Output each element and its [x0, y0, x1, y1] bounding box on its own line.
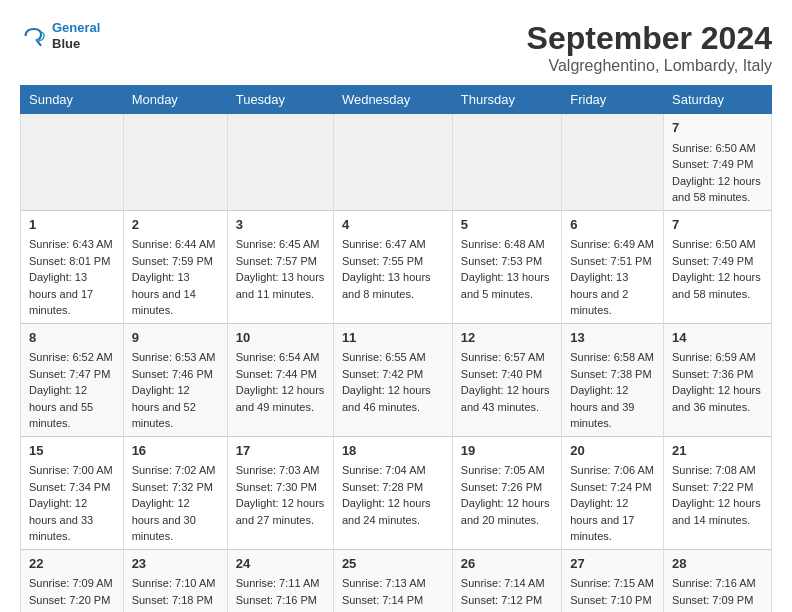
- day-number: 18: [342, 441, 444, 461]
- day-cell: 1Sunrise: 6:43 AMSunset: 8:01 PMDaylight…: [21, 210, 124, 323]
- daylight-text: Daylight: 12 hours and 14 minutes.: [672, 495, 763, 528]
- sunrise-text: Sunrise: 6:47 AM: [342, 236, 444, 253]
- sunrise-text: Sunrise: 6:57 AM: [461, 349, 553, 366]
- location-title: Valgreghentino, Lombardy, Italy: [527, 57, 772, 75]
- sunrise-text: Sunrise: 6:58 AM: [570, 349, 655, 366]
- daylight-text: Daylight: 12 hours and 36 minutes.: [672, 382, 763, 415]
- day-cell: [227, 114, 333, 211]
- day-number: 17: [236, 441, 325, 461]
- day-cell: 17Sunrise: 7:03 AMSunset: 7:30 PMDayligh…: [227, 436, 333, 549]
- day-cell: 25Sunrise: 7:13 AMSunset: 7:14 PMDayligh…: [333, 549, 452, 612]
- day-number: 13: [570, 328, 655, 348]
- col-header-thursday: Thursday: [452, 86, 561, 114]
- week-row: 1Sunrise: 6:43 AMSunset: 8:01 PMDaylight…: [21, 210, 772, 323]
- sunrise-text: Sunrise: 7:05 AM: [461, 462, 553, 479]
- day-cell: 8Sunrise: 6:52 AMSunset: 7:47 PMDaylight…: [21, 323, 124, 436]
- day-cell: 5Sunrise: 6:48 AMSunset: 7:53 PMDaylight…: [452, 210, 561, 323]
- day-number: 12: [461, 328, 553, 348]
- sunrise-text: Sunrise: 7:03 AM: [236, 462, 325, 479]
- day-cell: 9Sunrise: 6:53 AMSunset: 7:46 PMDaylight…: [123, 323, 227, 436]
- month-title: September 2024: [527, 20, 772, 57]
- daylight-text: Daylight: 12 hours and 39 minutes.: [570, 382, 655, 432]
- day-cell: 14Sunrise: 6:59 AMSunset: 7:36 PMDayligh…: [664, 323, 772, 436]
- daylight-text: Daylight: 13 hours and 5 minutes.: [461, 269, 553, 302]
- week-row: 22Sunrise: 7:09 AMSunset: 7:20 PMDayligh…: [21, 549, 772, 612]
- day-cell: 7Sunrise: 6:50 AMSunset: 7:49 PMDaylight…: [664, 114, 772, 211]
- day-cell: 16Sunrise: 7:02 AMSunset: 7:32 PMDayligh…: [123, 436, 227, 549]
- sunrise-text: Sunrise: 7:13 AM: [342, 575, 444, 592]
- day-cell: 24Sunrise: 7:11 AMSunset: 7:16 PMDayligh…: [227, 549, 333, 612]
- sunrise-text: Sunrise: 7:08 AM: [672, 462, 763, 479]
- sunrise-text: Sunrise: 7:11 AM: [236, 575, 325, 592]
- sunset-text: Sunset: 7:49 PM: [672, 156, 763, 173]
- day-number: 14: [672, 328, 763, 348]
- logo: General Blue: [20, 20, 100, 51]
- sunrise-text: Sunrise: 6:59 AM: [672, 349, 763, 366]
- week-row: 7Sunrise: 6:50 AMSunset: 7:49 PMDaylight…: [21, 114, 772, 211]
- day-number: 11: [342, 328, 444, 348]
- day-cell: 3Sunrise: 6:45 AMSunset: 7:57 PMDaylight…: [227, 210, 333, 323]
- daylight-text: Daylight: 12 hours and 30 minutes.: [132, 495, 219, 545]
- sunset-text: Sunset: 7:46 PM: [132, 366, 219, 383]
- sunrise-text: Sunrise: 7:16 AM: [672, 575, 763, 592]
- daylight-text: Daylight: 12 hours and 20 minutes.: [461, 495, 553, 528]
- sunset-text: Sunset: 7:18 PM: [132, 592, 219, 609]
- sunrise-text: Sunrise: 6:55 AM: [342, 349, 444, 366]
- logo-icon: [20, 22, 48, 50]
- day-number: 3: [236, 215, 325, 235]
- daylight-text: Daylight: 12 hours and 55 minutes.: [29, 382, 115, 432]
- daylight-text: Daylight: 12 hours and 24 minutes.: [342, 495, 444, 528]
- sunrise-text: Sunrise: 7:06 AM: [570, 462, 655, 479]
- sunset-text: Sunset: 7:24 PM: [570, 479, 655, 496]
- day-cell: 10Sunrise: 6:54 AMSunset: 7:44 PMDayligh…: [227, 323, 333, 436]
- sunrise-text: Sunrise: 6:53 AM: [132, 349, 219, 366]
- sunset-text: Sunset: 7:47 PM: [29, 366, 115, 383]
- day-cell: 15Sunrise: 7:00 AMSunset: 7:34 PMDayligh…: [21, 436, 124, 549]
- sunset-text: Sunset: 7:40 PM: [461, 366, 553, 383]
- day-cell: [123, 114, 227, 211]
- daylight-text: Daylight: 12 hours and 27 minutes.: [236, 495, 325, 528]
- daylight-text: Daylight: 12 hours and 58 minutes.: [672, 269, 763, 302]
- day-number: 15: [29, 441, 115, 461]
- daylight-text: Daylight: 13 hours and 2 minutes.: [570, 269, 655, 319]
- sunset-text: Sunset: 7:44 PM: [236, 366, 325, 383]
- day-number: 25: [342, 554, 444, 574]
- logo-line1: General: [52, 20, 100, 35]
- day-number: 7: [672, 215, 763, 235]
- sunset-text: Sunset: 7:22 PM: [672, 479, 763, 496]
- day-number: 20: [570, 441, 655, 461]
- day-cell: 26Sunrise: 7:14 AMSunset: 7:12 PMDayligh…: [452, 549, 561, 612]
- sunset-text: Sunset: 7:42 PM: [342, 366, 444, 383]
- sunset-text: Sunset: 7:26 PM: [461, 479, 553, 496]
- sunrise-text: Sunrise: 6:48 AM: [461, 236, 553, 253]
- sunrise-text: Sunrise: 7:00 AM: [29, 462, 115, 479]
- sunset-text: Sunset: 7:09 PM: [672, 592, 763, 609]
- day-number: 2: [132, 215, 219, 235]
- sunset-text: Sunset: 7:32 PM: [132, 479, 219, 496]
- sunrise-text: Sunrise: 6:44 AM: [132, 236, 219, 253]
- daylight-text: Daylight: 12 hours and 58 minutes.: [672, 173, 763, 206]
- sunset-text: Sunset: 7:28 PM: [342, 479, 444, 496]
- day-cell: 12Sunrise: 6:57 AMSunset: 7:40 PMDayligh…: [452, 323, 561, 436]
- day-number: 16: [132, 441, 219, 461]
- daylight-text: Daylight: 13 hours and 11 minutes.: [236, 269, 325, 302]
- day-number: 8: [29, 328, 115, 348]
- day-number: 28: [672, 554, 763, 574]
- sunrise-text: Sunrise: 7:14 AM: [461, 575, 553, 592]
- daylight-text: Daylight: 12 hours and 33 minutes.: [29, 495, 115, 545]
- week-row: 15Sunrise: 7:00 AMSunset: 7:34 PMDayligh…: [21, 436, 772, 549]
- daylight-text: Daylight: 11 hours and 55 minutes.: [570, 608, 655, 612]
- logo-text: General Blue: [52, 20, 100, 51]
- day-cell: 7Sunrise: 6:50 AMSunset: 7:49 PMDaylight…: [664, 210, 772, 323]
- week-row: 8Sunrise: 6:52 AMSunset: 7:47 PMDaylight…: [21, 323, 772, 436]
- day-number: 27: [570, 554, 655, 574]
- col-header-friday: Friday: [562, 86, 664, 114]
- daylight-text: Daylight: 12 hours and 17 minutes.: [570, 495, 655, 545]
- day-cell: 28Sunrise: 7:16 AMSunset: 7:09 PMDayligh…: [664, 549, 772, 612]
- sunrise-text: Sunrise: 6:52 AM: [29, 349, 115, 366]
- col-header-monday: Monday: [123, 86, 227, 114]
- sunset-text: Sunset: 7:34 PM: [29, 479, 115, 496]
- day-cell: 4Sunrise: 6:47 AMSunset: 7:55 PMDaylight…: [333, 210, 452, 323]
- sunset-text: Sunset: 7:55 PM: [342, 253, 444, 270]
- sunset-text: Sunset: 7:20 PM: [29, 592, 115, 609]
